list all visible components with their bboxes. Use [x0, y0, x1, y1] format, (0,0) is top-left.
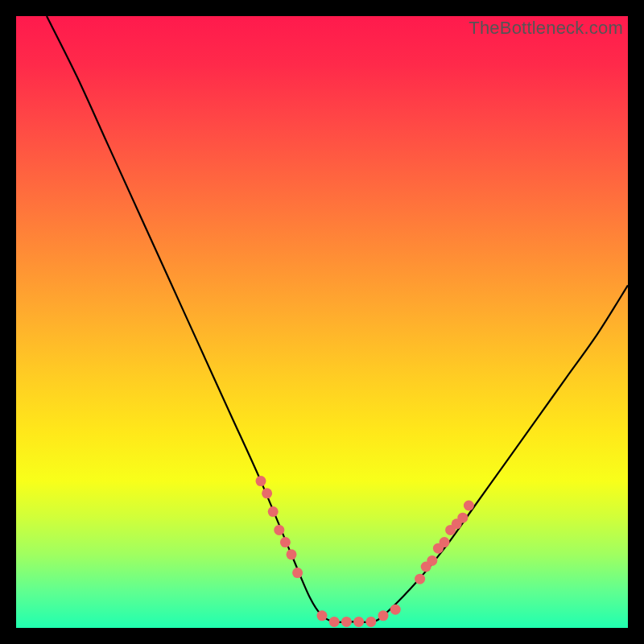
chart-svg: [16, 16, 628, 628]
marker-dot: [274, 525, 284, 535]
marker-dot: [365, 617, 376, 627]
plot-area: TheBottleneck.com: [16, 16, 628, 628]
marker-dot: [427, 555, 437, 566]
bottleneck-curve: [47, 16, 628, 622]
marker-dot: [440, 537, 450, 547]
marker-dot: [457, 513, 468, 523]
chart-frame: TheBottleneck.com: [0, 0, 644, 644]
marker-dot: [353, 617, 364, 627]
marker-dot: [464, 501, 474, 511]
marker-dot: [317, 610, 328, 621]
marker-dot: [390, 605, 401, 615]
marker-dot: [341, 617, 352, 627]
marker-dot: [292, 568, 303, 578]
marker-dot: [287, 549, 297, 559]
marker-dot: [280, 537, 291, 547]
marker-dot: [415, 574, 425, 584]
marker-dot: [256, 476, 266, 486]
data-markers: [256, 476, 474, 627]
marker-dot: [268, 506, 279, 517]
marker-dot: [329, 617, 340, 627]
marker-dot: [262, 488, 272, 498]
marker-dot: [378, 610, 389, 621]
